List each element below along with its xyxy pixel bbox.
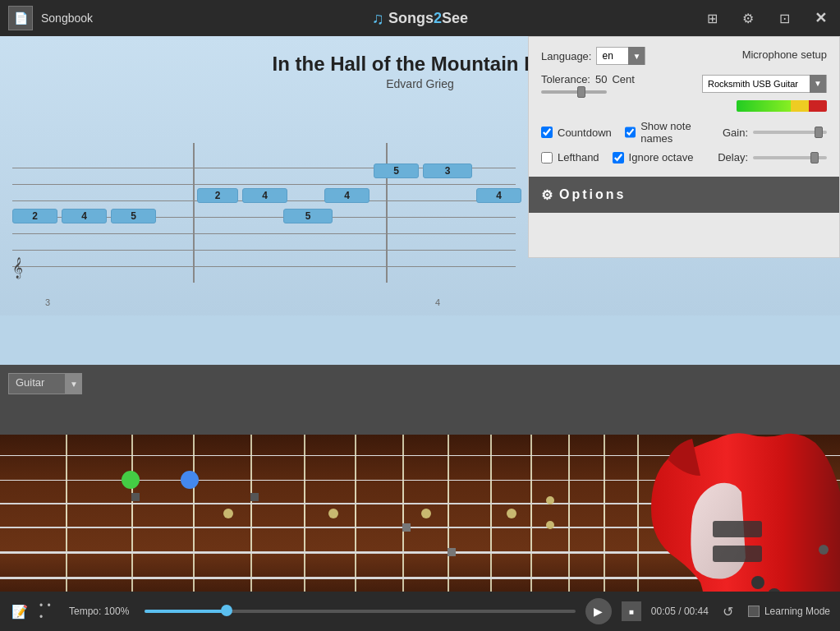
- fret-line: [131, 435, 133, 599]
- instrument-area: Guitar ▼: [0, 365, 840, 628]
- microphone-meter: [737, 100, 827, 112]
- staff-line: [12, 250, 516, 251]
- fret-line: [304, 435, 305, 599]
- tab-note: 5: [111, 209, 156, 223]
- progress-container: [145, 610, 576, 613]
- tolerance-value: 50: [595, 73, 607, 85]
- options-body: Language: en ▼ Microphone setup Toleranc…: [529, 37, 839, 177]
- measure-number: 3: [45, 297, 50, 307]
- language-dropdown-arrow[interactable]: ▼: [628, 47, 645, 65]
- app-logo: Songs2See: [388, 10, 468, 27]
- learning-mode-checkbox[interactable]: [748, 606, 760, 617]
- lefthand-checkbox-row[interactable]: Lefthand: [541, 151, 599, 164]
- tempo-display: Tempo: 100%: [69, 606, 135, 617]
- staff-container: 5 3 2 4 4 4 2 4 5 5 3 4 𝄞: [0, 143, 528, 307]
- fret-line: [193, 435, 195, 599]
- tab-note: 4: [242, 188, 287, 203]
- time-current: 00:05: [651, 606, 676, 617]
- tab-note: 2: [197, 188, 238, 203]
- countdown-label: Countdown: [558, 127, 612, 139]
- show-note-names-checkbox-row[interactable]: Show note names: [625, 120, 723, 145]
- progress-thumb[interactable]: [221, 605, 232, 616]
- tab-note: 4: [324, 188, 370, 203]
- gain-label: Gain:: [723, 127, 748, 139]
- fret-line: [490, 435, 492, 599]
- tab-note: 2: [12, 209, 57, 223]
- fret-line: [448, 435, 449, 599]
- microphone-dropdown-arrow[interactable]: ▼: [810, 75, 826, 93]
- tolerance-label: Tolerance:: [541, 73, 590, 85]
- delay-slider[interactable]: [753, 156, 827, 159]
- delay-label: Delay:: [718, 151, 748, 164]
- titlebar: 📄 Songbook ♫ Songs2See ⊞ ⚙ ⊡ ✕: [0, 0, 840, 36]
- guitar-select-arrow[interactable]: ▼: [66, 373, 82, 394]
- fret-inlay: [546, 496, 554, 504]
- notes-icon[interactable]: 📝: [10, 601, 30, 621]
- meter-red: [809, 100, 827, 112]
- tab-note: 4: [62, 209, 107, 223]
- fret-line: [355, 435, 356, 599]
- show-note-names-checkbox[interactable]: [625, 127, 636, 138]
- maximize-icon[interactable]: ⊡: [773, 7, 796, 30]
- fret-inlay: [421, 509, 431, 518]
- microphone-label: Microphone setup: [742, 48, 827, 61]
- svg-rect-0: [713, 521, 762, 537]
- fret-inlay: [328, 509, 338, 518]
- lefthand-checkbox[interactable]: [541, 152, 553, 164]
- ignore-octave-checkbox[interactable]: [613, 152, 624, 164]
- options-panel: Language: en ▼ Microphone setup Toleranc…: [528, 36, 840, 258]
- app-title: Songbook: [41, 12, 93, 25]
- microphone-dropdown[interactable]: Rocksmith USB Guitar ▼: [702, 75, 827, 93]
- guitar-select-box[interactable]: Guitar: [8, 373, 66, 394]
- fret-inlay: [223, 509, 233, 518]
- microphone-device: Rocksmith USB Guitar: [703, 79, 810, 89]
- svg-point-2: [751, 576, 764, 589]
- learning-mode-container: Learning Mode: [748, 606, 830, 617]
- fret-line: [66, 435, 67, 599]
- guitar-selector: Guitar ▼: [8, 373, 82, 394]
- progress-track[interactable]: [145, 610, 576, 613]
- staff-line: [12, 184, 516, 185]
- fret-inlay: [507, 509, 516, 518]
- lefthand-label: Lefthand: [558, 151, 599, 164]
- close-icon[interactable]: ✕: [809, 7, 832, 30]
- fret-line: [530, 435, 532, 599]
- meter-green: [737, 100, 791, 112]
- meter-yellow: [791, 100, 809, 112]
- refresh-icon[interactable]: ↺: [718, 601, 738, 621]
- play-button[interactable]: ▶: [585, 598, 612, 624]
- fret-inlay: [546, 521, 554, 529]
- tab-note: 5: [374, 164, 419, 178]
- language-dropdown[interactable]: en ▼: [596, 47, 645, 65]
- countdown-checkbox[interactable]: [541, 127, 553, 138]
- countdown-checkbox-row[interactable]: Countdown: [541, 127, 612, 139]
- new-file-icon[interactable]: 📄: [8, 6, 33, 30]
- fret-line: [604, 435, 605, 599]
- learning-mode-label: Learning Mode: [764, 606, 830, 617]
- options-header: ⚙ Options: [529, 177, 839, 213]
- stop-button[interactable]: ■: [622, 601, 641, 621]
- progress-fill: [145, 610, 227, 613]
- tab-note: 4: [476, 188, 521, 203]
- music-notation: 𝄞: [12, 257, 23, 279]
- language-value: en: [597, 50, 628, 62]
- ignore-octave-label: Ignore octave: [629, 151, 694, 164]
- bottom-bar: 📝 • • • Tempo: 100% ▶ ■ 00:05 / 00:44 ↺ …: [0, 592, 840, 631]
- fret-line: [402, 435, 404, 599]
- time-total: 00:44: [684, 606, 709, 617]
- dots-icon[interactable]: • • •: [39, 601, 59, 621]
- mixer-icon[interactable]: ⊞: [700, 7, 723, 30]
- fret-line: [568, 435, 570, 599]
- gain-slider[interactable]: [753, 131, 827, 134]
- finger-dot-blue: [181, 471, 199, 489]
- settings-icon[interactable]: ⚙: [737, 7, 760, 30]
- fret-line: [637, 435, 639, 599]
- tolerance-unit: Cent: [612, 73, 634, 85]
- ignore-octave-checkbox-row[interactable]: Ignore octave: [613, 151, 694, 164]
- measure-number: 4: [435, 297, 440, 307]
- main-area: In the Hall of the Mountain King Edvard …: [0, 36, 840, 365]
- svg-point-5: [819, 545, 829, 555]
- language-label: Language:: [541, 50, 591, 62]
- tab-note: 5: [283, 209, 333, 223]
- fret-line: [250, 435, 252, 599]
